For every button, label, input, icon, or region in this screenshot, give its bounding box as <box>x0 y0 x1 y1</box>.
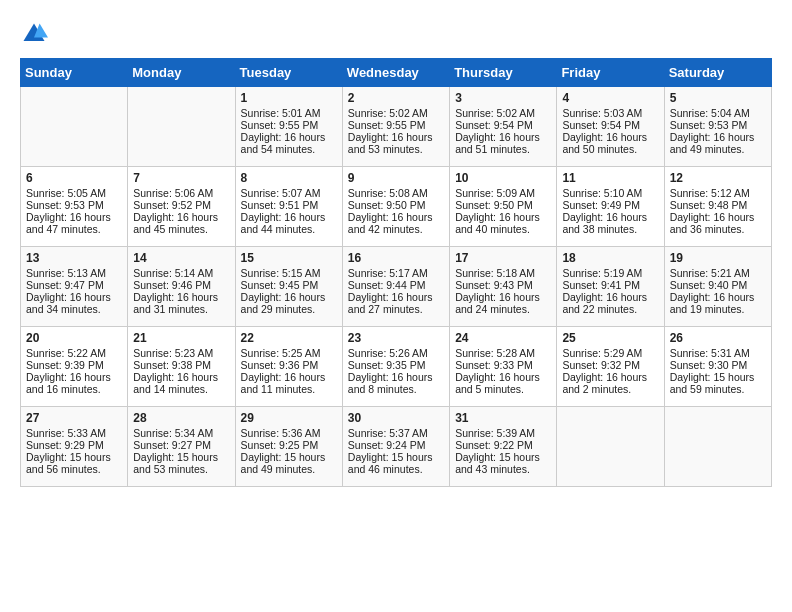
column-header-thursday: Thursday <box>450 59 557 87</box>
day-info-line: Daylight: 16 hours and 45 minutes. <box>133 211 229 235</box>
day-number: 31 <box>455 411 551 425</box>
calendar-cell: 4Sunrise: 5:03 AMSunset: 9:54 PMDaylight… <box>557 87 664 167</box>
day-info-line: Daylight: 16 hours and 36 minutes. <box>670 211 766 235</box>
day-info-line: Sunset: 9:41 PM <box>562 279 658 291</box>
day-info-line: Sunset: 9:51 PM <box>241 199 337 211</box>
calendar-cell: 15Sunrise: 5:15 AMSunset: 9:45 PMDayligh… <box>235 247 342 327</box>
day-info-line: Sunrise: 5:04 AM <box>670 107 766 119</box>
day-info-line: Sunset: 9:22 PM <box>455 439 551 451</box>
day-number: 9 <box>348 171 444 185</box>
day-info-line: Sunset: 9:38 PM <box>133 359 229 371</box>
day-info-line: Daylight: 15 hours and 56 minutes. <box>26 451 122 475</box>
calendar-cell: 12Sunrise: 5:12 AMSunset: 9:48 PMDayligh… <box>664 167 771 247</box>
day-info-line: Daylight: 16 hours and 53 minutes. <box>348 131 444 155</box>
day-number: 21 <box>133 331 229 345</box>
calendar-cell: 25Sunrise: 5:29 AMSunset: 9:32 PMDayligh… <box>557 327 664 407</box>
day-info-line: Sunset: 9:24 PM <box>348 439 444 451</box>
day-number: 15 <box>241 251 337 265</box>
day-number: 8 <box>241 171 337 185</box>
calendar-cell: 6Sunrise: 5:05 AMSunset: 9:53 PMDaylight… <box>21 167 128 247</box>
day-info-line: Sunrise: 5:06 AM <box>133 187 229 199</box>
day-info-line: Sunrise: 5:33 AM <box>26 427 122 439</box>
day-number: 24 <box>455 331 551 345</box>
day-info-line: Sunset: 9:39 PM <box>26 359 122 371</box>
day-info-line: Sunrise: 5:05 AM <box>26 187 122 199</box>
calendar-cell: 2Sunrise: 5:02 AMSunset: 9:55 PMDaylight… <box>342 87 449 167</box>
day-info-line: Daylight: 16 hours and 38 minutes. <box>562 211 658 235</box>
day-number: 2 <box>348 91 444 105</box>
calendar-cell: 31Sunrise: 5:39 AMSunset: 9:22 PMDayligh… <box>450 407 557 487</box>
day-info-line: Sunset: 9:53 PM <box>670 119 766 131</box>
day-info-line: Daylight: 16 hours and 24 minutes. <box>455 291 551 315</box>
day-number: 29 <box>241 411 337 425</box>
calendar-cell: 24Sunrise: 5:28 AMSunset: 9:33 PMDayligh… <box>450 327 557 407</box>
day-info-line: Daylight: 16 hours and 34 minutes. <box>26 291 122 315</box>
day-info-line: Daylight: 16 hours and 51 minutes. <box>455 131 551 155</box>
day-info-line: Daylight: 16 hours and 40 minutes. <box>455 211 551 235</box>
day-info-line: Sunset: 9:47 PM <box>26 279 122 291</box>
calendar-cell: 19Sunrise: 5:21 AMSunset: 9:40 PMDayligh… <box>664 247 771 327</box>
day-info-line: Sunrise: 5:18 AM <box>455 267 551 279</box>
day-info-line: Sunrise: 5:07 AM <box>241 187 337 199</box>
day-info-line: Sunset: 9:25 PM <box>241 439 337 451</box>
day-info-line: Sunrise: 5:25 AM <box>241 347 337 359</box>
column-header-sunday: Sunday <box>21 59 128 87</box>
day-info-line: Sunrise: 5:13 AM <box>26 267 122 279</box>
day-number: 22 <box>241 331 337 345</box>
calendar-cell: 5Sunrise: 5:04 AMSunset: 9:53 PMDaylight… <box>664 87 771 167</box>
day-info-line: Sunrise: 5:36 AM <box>241 427 337 439</box>
day-info-line: Sunrise: 5:08 AM <box>348 187 444 199</box>
calendar-cell: 26Sunrise: 5:31 AMSunset: 9:30 PMDayligh… <box>664 327 771 407</box>
day-info-line: Sunset: 9:40 PM <box>670 279 766 291</box>
column-header-saturday: Saturday <box>664 59 771 87</box>
day-info-line: Sunrise: 5:22 AM <box>26 347 122 359</box>
column-header-monday: Monday <box>128 59 235 87</box>
day-info-line: Sunrise: 5:19 AM <box>562 267 658 279</box>
column-header-friday: Friday <box>557 59 664 87</box>
logo <box>20 20 52 48</box>
day-info-line: Daylight: 16 hours and 44 minutes. <box>241 211 337 235</box>
page-header <box>20 20 772 48</box>
day-info-line: Daylight: 16 hours and 2 minutes. <box>562 371 658 395</box>
day-info-line: Sunset: 9:35 PM <box>348 359 444 371</box>
day-info-line: Daylight: 16 hours and 54 minutes. <box>241 131 337 155</box>
day-number: 16 <box>348 251 444 265</box>
calendar-cell: 3Sunrise: 5:02 AMSunset: 9:54 PMDaylight… <box>450 87 557 167</box>
day-info-line: Daylight: 16 hours and 19 minutes. <box>670 291 766 315</box>
day-info-line: Sunset: 9:48 PM <box>670 199 766 211</box>
calendar-cell <box>128 87 235 167</box>
day-number: 4 <box>562 91 658 105</box>
calendar-cell <box>557 407 664 487</box>
calendar-table: SundayMondayTuesdayWednesdayThursdayFrid… <box>20 58 772 487</box>
day-info-line: Daylight: 15 hours and 59 minutes. <box>670 371 766 395</box>
day-info-line: Daylight: 16 hours and 14 minutes. <box>133 371 229 395</box>
day-info-line: Sunset: 9:32 PM <box>562 359 658 371</box>
calendar-cell: 13Sunrise: 5:13 AMSunset: 9:47 PMDayligh… <box>21 247 128 327</box>
day-number: 11 <box>562 171 658 185</box>
calendar-cell: 27Sunrise: 5:33 AMSunset: 9:29 PMDayligh… <box>21 407 128 487</box>
calendar-cell: 23Sunrise: 5:26 AMSunset: 9:35 PMDayligh… <box>342 327 449 407</box>
calendar-cell: 21Sunrise: 5:23 AMSunset: 9:38 PMDayligh… <box>128 327 235 407</box>
day-number: 5 <box>670 91 766 105</box>
day-info-line: Daylight: 16 hours and 29 minutes. <box>241 291 337 315</box>
day-info-line: Daylight: 16 hours and 31 minutes. <box>133 291 229 315</box>
day-info-line: Sunset: 9:54 PM <box>562 119 658 131</box>
calendar-week-row: 6Sunrise: 5:05 AMSunset: 9:53 PMDaylight… <box>21 167 772 247</box>
day-info-line: Sunset: 9:29 PM <box>26 439 122 451</box>
day-number: 25 <box>562 331 658 345</box>
calendar-week-row: 1Sunrise: 5:01 AMSunset: 9:55 PMDaylight… <box>21 87 772 167</box>
day-info-line: Sunrise: 5:23 AM <box>133 347 229 359</box>
day-info-line: Sunrise: 5:02 AM <box>455 107 551 119</box>
day-info-line: Sunset: 9:30 PM <box>670 359 766 371</box>
day-info-line: Sunrise: 5:29 AM <box>562 347 658 359</box>
calendar-cell: 29Sunrise: 5:36 AMSunset: 9:25 PMDayligh… <box>235 407 342 487</box>
day-info-line: Daylight: 16 hours and 47 minutes. <box>26 211 122 235</box>
logo-icon <box>20 20 48 48</box>
day-info-line: Daylight: 16 hours and 49 minutes. <box>670 131 766 155</box>
day-info-line: Sunset: 9:53 PM <box>26 199 122 211</box>
day-info-line: Sunrise: 5:37 AM <box>348 427 444 439</box>
column-header-tuesday: Tuesday <box>235 59 342 87</box>
day-number: 19 <box>670 251 766 265</box>
day-info-line: Sunrise: 5:02 AM <box>348 107 444 119</box>
day-number: 1 <box>241 91 337 105</box>
